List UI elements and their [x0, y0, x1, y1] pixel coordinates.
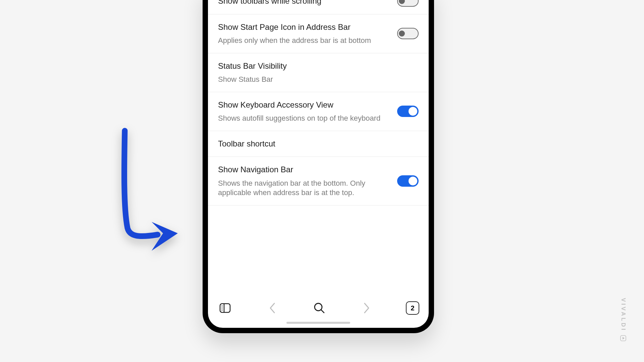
- setting-toolbar-shortcut[interactable]: Toolbar shortcut: [208, 131, 429, 157]
- svg-point-3: [222, 308, 223, 309]
- svg-point-4: [222, 310, 223, 311]
- home-indicator: [286, 322, 350, 324]
- setting-subtitle: Shows the navigation bar at the bottom. …: [218, 179, 390, 198]
- phone-frame: Show toolbars while scrolling Show Start…: [203, 0, 434, 333]
- forward-icon[interactable]: [359, 300, 374, 316]
- setting-subtitle: Applies only when the address bar is at …: [218, 36, 390, 46]
- vivaldi-brand: VIVALDI: [620, 298, 627, 341]
- setting-title: Show Start Page Icon in Address Bar: [218, 22, 390, 33]
- svg-point-2: [222, 306, 223, 307]
- back-icon[interactable]: [265, 300, 280, 316]
- setting-subtitle: Show Status Bar: [218, 75, 419, 84]
- search-icon[interactable]: [312, 300, 327, 316]
- toggle-show-navigation-bar[interactable]: [397, 175, 419, 187]
- setting-keyboard-accessory[interactable]: Show Keyboard Accessory View Shows autof…: [208, 92, 429, 131]
- setting-title: Show toolbars while scrolling: [218, 0, 390, 6]
- setting-start-page-icon[interactable]: Show Start Page Icon in Address Bar Appl…: [208, 14, 429, 53]
- setting-title: Status Bar Visibility: [218, 61, 419, 71]
- settings-list: Show toolbars while scrolling Show Start…: [208, 0, 429, 294]
- tab-count-button[interactable]: 2: [406, 301, 419, 315]
- setting-title: Show Navigation Bar: [218, 164, 390, 175]
- toggle-keyboard-accessory[interactable]: [397, 106, 419, 117]
- setting-show-navigation-bar[interactable]: Show Navigation Bar Shows the navigation…: [208, 157, 429, 205]
- setting-title: Toolbar shortcut: [218, 138, 419, 149]
- bottom-navbar: 2: [208, 294, 429, 328]
- svg-rect-0: [220, 304, 230, 312]
- setting-show-toolbars[interactable]: Show toolbars while scrolling: [208, 0, 429, 14]
- setting-status-bar-visibility[interactable]: Status Bar Visibility Show Status Bar: [208, 53, 429, 92]
- toggle-start-page-icon[interactable]: [397, 28, 419, 39]
- setting-subtitle: Shows autofill suggestions on top of the…: [218, 114, 390, 123]
- toggle-show-toolbars[interactable]: [397, 0, 419, 7]
- vivaldi-logo-icon: [620, 335, 626, 341]
- tab-count-value: 2: [411, 304, 414, 312]
- annotation-arrow-icon: [111, 127, 198, 261]
- svg-line-6: [321, 310, 324, 313]
- setting-title: Show Keyboard Accessory View: [218, 100, 390, 110]
- panel-icon[interactable]: [217, 300, 233, 316]
- svg-marker-8: [623, 337, 625, 340]
- phone-screen: Show toolbars while scrolling Show Start…: [208, 0, 429, 328]
